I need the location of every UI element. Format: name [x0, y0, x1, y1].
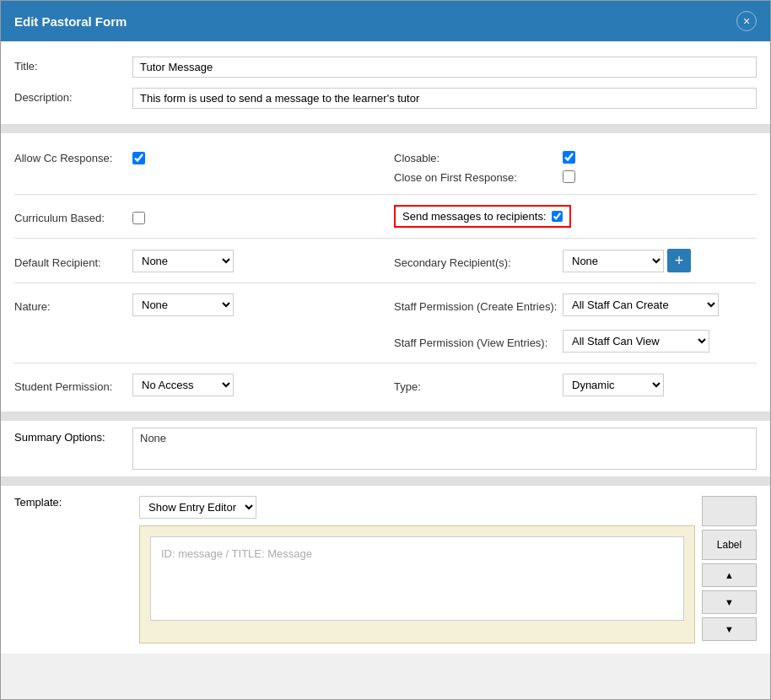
- separator2: [1, 412, 770, 421]
- show-entry-editor-container: Show Entry Editor: [139, 496, 695, 519]
- up-arrow-icon: ▲: [725, 570, 734, 580]
- template-row: Template: Show Entry Editor ID: message …: [14, 496, 757, 643]
- divider1: [14, 194, 757, 195]
- staff-permission-create-select[interactable]: All Staff Can Create Selected Staff Can …: [563, 293, 719, 316]
- label-button[interactable]: Label: [702, 530, 757, 560]
- recipient-row: Default Recipient: None Tutor Head of Ye…: [14, 244, 757, 277]
- show-entry-editor-select[interactable]: Show Entry Editor: [139, 496, 256, 519]
- curriculum-send-row: Curriculum Based: Send messages to recip…: [14, 200, 757, 233]
- divider4: [14, 363, 757, 363]
- separator1: [1, 125, 770, 133]
- allow-cc-checkbox-container: [132, 149, 145, 164]
- description-row: Description:: [14, 83, 757, 114]
- title-label: Title:: [14, 57, 132, 73]
- template-section: Template: Show Entry Editor ID: message …: [1, 486, 770, 654]
- summary-row: Summary Options: None: [14, 428, 757, 470]
- nature-select[interactable]: None Positive Negative: [132, 293, 234, 316]
- curriculum-checkbox-container: [132, 209, 145, 224]
- nature-staff-create-row: Nature: None Positive Negative Staff Per…: [14, 288, 757, 321]
- curriculum-checkbox[interactable]: [132, 212, 145, 224]
- closable-col: Closable: Close on First Response:: [386, 148, 757, 184]
- send-messages-label: Send messages to recipients:: [402, 210, 547, 223]
- description-input[interactable]: [132, 88, 757, 109]
- allow-cc-closable-row: Allow Cc Response: Closable: Close on Fi…: [14, 143, 757, 189]
- dropdown-arrow-button[interactable]: ▼: [702, 617, 757, 641]
- staff-permission-view-col: Staff Permission (View Entries): All Sta…: [386, 330, 757, 353]
- default-recipient-select[interactable]: None Tutor Head of Year: [132, 250, 234, 272]
- secondary-recipient-label: Secondary Recipient(s):: [394, 253, 563, 269]
- staff-permission-view-label: Staff Permission (View Entries):: [394, 333, 563, 349]
- divider3: [14, 283, 757, 283]
- staff-permission-create-col: Staff Permission (Create Entries): All S…: [386, 293, 757, 316]
- curriculum-col: Curriculum Based:: [14, 208, 386, 224]
- close-on-first-checkbox-container: [563, 168, 575, 183]
- dialog-header: Edit Pastoral Form ×: [1, 1, 770, 41]
- summary-options-value: None: [132, 428, 757, 470]
- description-control: [132, 88, 757, 109]
- allow-cc-col: Allow Cc Response:: [14, 148, 386, 164]
- closable-checkbox[interactable]: [563, 151, 575, 164]
- add-secondary-recipient-button[interactable]: +: [667, 249, 691, 272]
- closable-row: Closable:: [394, 148, 757, 164]
- curriculum-label: Curriculum Based:: [14, 208, 132, 224]
- send-messages-checkbox[interactable]: [552, 211, 563, 222]
- default-recipient-label: Default Recipient:: [14, 253, 132, 269]
- type-col: Type: Dynamic Static: [386, 374, 757, 396]
- type-select[interactable]: Dynamic Static: [563, 374, 664, 396]
- staff-view-row: Staff Permission (View Entries): All Sta…: [14, 325, 757, 358]
- staff-permission-create-label: Staff Permission (Create Entries):: [394, 297, 563, 313]
- student-permission-select[interactable]: No Access Can View Can Edit: [132, 374, 234, 396]
- dropdown-arrow-icon: ▼: [725, 624, 734, 634]
- send-messages-box: Send messages to recipients:: [394, 205, 571, 228]
- tool-blank-button[interactable]: [702, 496, 757, 526]
- allow-cc-label: Allow Cc Response:: [14, 148, 132, 164]
- student-permission-col: Student Permission: No Access Can View C…: [14, 374, 386, 396]
- arrow-up-button[interactable]: ▲: [702, 563, 757, 587]
- divider2: [14, 238, 757, 239]
- default-recipient-col: Default Recipient: None Tutor Head of Ye…: [14, 250, 386, 272]
- allow-cc-checkbox[interactable]: [132, 152, 145, 164]
- closable-checkbox-container: [563, 148, 575, 164]
- title-row: Title:: [14, 51, 757, 83]
- type-label: Type:: [394, 377, 563, 393]
- summary-options-label: Summary Options:: [14, 428, 132, 444]
- close-on-first-label: Close on First Response:: [394, 168, 563, 184]
- template-canvas: ID: message / TITLE: Message: [139, 525, 695, 643]
- title-description-section: Title: Description:: [1, 41, 770, 125]
- summary-section: Summary Options: None: [1, 421, 770, 477]
- down-arrow-icon: ▼: [725, 597, 734, 607]
- description-label: Description:: [14, 88, 132, 104]
- title-control: [132, 57, 757, 78]
- template-placeholder: ID: message / TITLE: Message: [161, 547, 312, 560]
- dialog-title: Edit Pastoral Form: [14, 14, 127, 29]
- secondary-recipient-select[interactable]: None Tutor: [563, 250, 664, 272]
- student-type-row: Student Permission: No Access Can View C…: [14, 369, 757, 401]
- template-label: Template:: [14, 496, 132, 643]
- title-input[interactable]: [132, 57, 757, 78]
- template-content: Show Entry Editor ID: message / TITLE: M…: [139, 496, 695, 643]
- nature-col: Nature: None Positive Negative: [14, 293, 386, 316]
- arrow-down-button[interactable]: ▼: [702, 590, 757, 614]
- secondary-recipient-col: Secondary Recipient(s): None Tutor +: [386, 249, 757, 272]
- nature-label: Nature:: [14, 297, 132, 313]
- template-inner[interactable]: ID: message / TITLE: Message: [150, 536, 684, 621]
- send-messages-col: Send messages to recipients:: [386, 205, 757, 228]
- close-on-first-row: Close on First Response:: [394, 168, 757, 184]
- closable-label: Closable:: [394, 148, 563, 164]
- edit-pastoral-form-dialog: Edit Pastoral Form × Title: Description:: [0, 0, 771, 700]
- options-section: Allow Cc Response: Closable: Close on Fi…: [1, 133, 770, 412]
- student-permission-label: Student Permission:: [14, 377, 132, 393]
- dialog-body: Title: Description: Allow Cc Response:: [1, 41, 770, 699]
- template-side-tools: Label ▲ ▼ ▼: [702, 496, 757, 643]
- close-button[interactable]: ×: [736, 11, 757, 31]
- separator3: [1, 477, 770, 486]
- secondary-recipient-control: None Tutor +: [563, 249, 691, 272]
- staff-permission-view-select[interactable]: All Staff Can View Selected Staff Can Vi…: [563, 330, 709, 353]
- close-on-first-checkbox[interactable]: [563, 170, 575, 183]
